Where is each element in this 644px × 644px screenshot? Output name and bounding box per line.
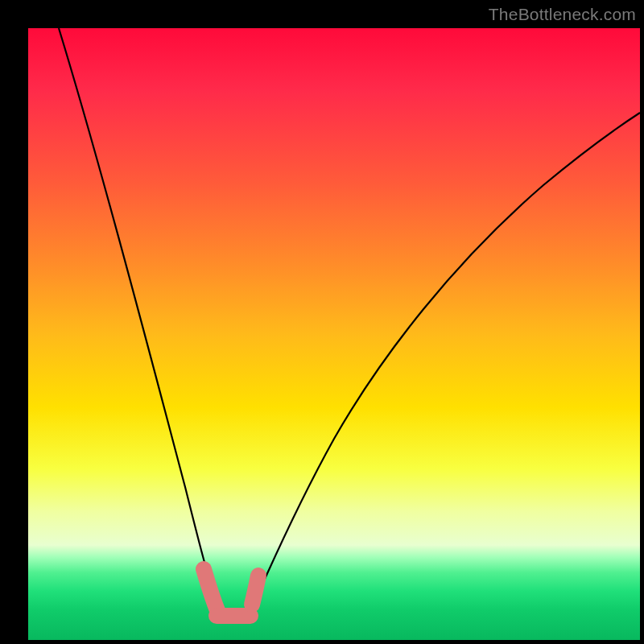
chart-overlay [28, 28, 640, 640]
watermark-text: TheBottleneck.com [489, 5, 636, 24]
ideal-range-right [252, 576, 258, 605]
chart-canvas: TheBottleneck.com [0, 0, 644, 644]
ideal-range-left [204, 569, 218, 613]
ideal-range-marker [204, 569, 258, 616]
bottleneck-curve [59, 28, 640, 619]
